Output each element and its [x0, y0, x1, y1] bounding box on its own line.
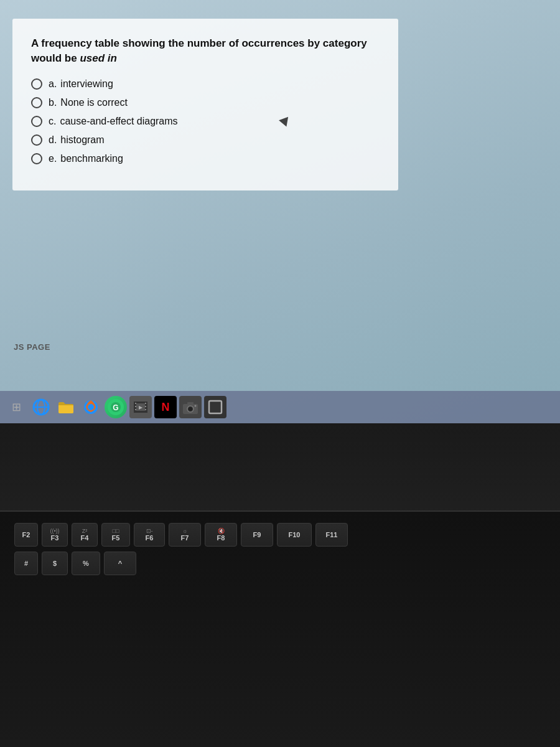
firefox-icon[interactable] — [80, 396, 102, 418]
question-text: A frequency table showing the number of … — [31, 36, 380, 66]
radio-e[interactable] — [31, 153, 42, 164]
svg-point-4 — [88, 404, 94, 410]
svg-rect-13 — [135, 403, 136, 404]
function-key-row: F2 ((•)) F3 Z² F4 □□ F5 ⊡- F6 ☼ F7 🔇 F8 … — [0, 512, 560, 547]
svg-point-24 — [195, 405, 197, 407]
svg-rect-14 — [135, 406, 136, 407]
netflix-icon[interactable]: N — [154, 396, 177, 418]
windows-icon[interactable]: ⊞ — [5, 396, 27, 418]
radio-a[interactable] — [31, 78, 42, 90]
key-f3[interactable]: ((•)) F3 — [42, 523, 68, 547]
radio-b[interactable] — [31, 97, 42, 108]
keyboard: F2 ((•)) F3 Z² F4 □□ F5 ⊡- F6 ☼ F7 🔇 F8 … — [0, 510, 560, 747]
svg-rect-18 — [145, 409, 146, 410]
camera-icon[interactable] — [179, 396, 202, 418]
svg-rect-23 — [187, 402, 194, 405]
taskbar: ⊞ G — [0, 391, 560, 423]
option-d-label: d.histogram — [49, 134, 105, 146]
green-app-icon[interactable]: G — [105, 396, 127, 418]
option-c-row[interactable]: c.cause-and-effect diagrams — [31, 116, 380, 127]
option-e-label: e.benchmarking — [49, 153, 123, 164]
key-percent[interactable]: % — [72, 552, 100, 575]
question-container: A frequency table showing the number of … — [12, 19, 398, 190]
ie-icon[interactable] — [30, 396, 52, 418]
key-f4[interactable]: Z² F4 — [72, 523, 98, 547]
folder-icon[interactable] — [55, 396, 77, 418]
key-f6[interactable]: ⊡- F6 — [134, 523, 165, 547]
option-a-label: a.interviewing — [49, 78, 113, 90]
key-dollar[interactable]: $ — [42, 552, 68, 575]
radio-c[interactable] — [31, 116, 42, 127]
option-a-row[interactable]: a.interviewing — [31, 78, 380, 90]
option-c-label: c.cause-and-effect diagrams — [49, 116, 178, 127]
svg-text:G: G — [113, 403, 118, 412]
key-f9[interactable]: F9 — [241, 523, 273, 547]
white-square-icon[interactable] — [204, 396, 226, 418]
key-hash[interactable]: # — [14, 552, 38, 575]
film-icon[interactable]: ▶ — [129, 396, 152, 418]
svg-rect-25 — [209, 401, 222, 413]
svg-rect-12 — [134, 411, 147, 413]
svg-rect-17 — [145, 406, 146, 407]
key-f11[interactable]: F11 — [315, 523, 348, 547]
radio-d[interactable] — [31, 134, 42, 146]
option-b-row[interactable]: b.None is correct — [31, 97, 380, 108]
laptop-screen: A frequency table showing the number of … — [0, 0, 560, 423]
svg-point-22 — [189, 407, 192, 411]
option-d-row[interactable]: d.histogram — [31, 134, 380, 146]
svg-rect-15 — [135, 409, 136, 410]
key-f10[interactable]: F10 — [277, 523, 312, 547]
svg-rect-16 — [145, 403, 146, 404]
key-f2[interactable]: F2 — [14, 523, 38, 547]
key-f8[interactable]: 🔇 F8 — [205, 523, 237, 547]
option-b-label: b.None is correct — [49, 97, 128, 108]
option-e-row[interactable]: e.benchmarking — [31, 153, 380, 164]
key-caret[interactable]: ^ — [104, 552, 136, 575]
page-label: JS PAGE — [14, 342, 50, 352]
key-f7[interactable]: ☼ F7 — [169, 523, 201, 547]
key-f5[interactable]: □□ F5 — [101, 523, 130, 547]
svg-text:▶: ▶ — [139, 405, 143, 410]
symbol-key-row: # $ % ^ — [0, 552, 560, 575]
